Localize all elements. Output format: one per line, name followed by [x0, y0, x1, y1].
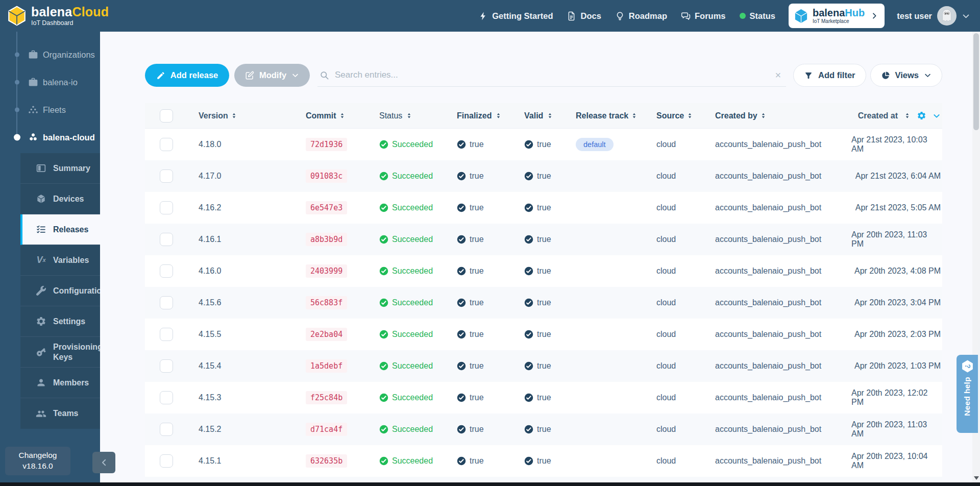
- sort-icon: [547, 112, 553, 119]
- sidebar-item-devices[interactable]: Devices: [20, 184, 100, 214]
- cell-version: 4.18.0: [199, 140, 306, 149]
- column-header-created-at[interactable]: Created at: [851, 111, 942, 120]
- table-row[interactable]: 4.15.3 f25c84b Succeeded true true cloud…: [145, 382, 942, 414]
- status-dot-icon: [740, 13, 746, 19]
- sidebar-item-configuration[interactable]: Configuration: [20, 276, 100, 306]
- cell-source: cloud: [656, 298, 715, 307]
- changelog-button[interactable]: Changelog v18.16.0: [5, 447, 70, 475]
- column-header-version[interactable]: Version: [199, 111, 306, 120]
- status-label: Succeeded: [392, 266, 433, 276]
- modify-button[interactable]: Modify: [234, 64, 310, 87]
- sidebar-item-fleets[interactable]: Fleets: [0, 96, 100, 124]
- row-checkbox[interactable]: [160, 359, 173, 373]
- bottom-bar: [0, 482, 980, 486]
- cell-created-by: accounts_balenaio_push_bot: [715, 330, 851, 339]
- finalized-check-icon: [457, 235, 466, 244]
- row-checkbox[interactable]: [160, 328, 173, 341]
- sidebar-item-variables[interactable]: Vx Variables: [20, 245, 100, 276]
- user-menu[interactable]: test user: [897, 6, 970, 26]
- nav-link-forums[interactable]: Forums: [681, 11, 726, 21]
- table-row[interactable]: 4.16.0 2403999 Succeeded true true cloud…: [145, 255, 942, 287]
- column-header-created-by[interactable]: Created by: [715, 111, 851, 120]
- brand-logo[interactable]: balenaCloud IoT Dashboard: [6, 5, 109, 27]
- valid-check-icon: [524, 203, 533, 212]
- column-header-commit[interactable]: Commit: [306, 111, 379, 120]
- column-header-valid[interactable]: Valid: [524, 111, 576, 120]
- row-checkbox[interactable]: [160, 264, 173, 278]
- sidebar-collapse-button[interactable]: [92, 452, 115, 473]
- views-button[interactable]: Views: [870, 64, 942, 87]
- status-label: Succeeded: [392, 140, 433, 149]
- sidebar-item-balena-cloud[interactable]: balena-cloud: [0, 124, 100, 151]
- add-release-button[interactable]: Add release: [145, 64, 229, 87]
- sidebar: Organizations balena-io Fleets balena-cl…: [0, 32, 100, 486]
- valid-label: true: [537, 298, 551, 307]
- row-checkbox[interactable]: [160, 233, 173, 246]
- cell-created-at: Apr 20th 2023, 2:03 PM: [851, 330, 942, 339]
- sidebar-item-members[interactable]: Members: [20, 368, 100, 398]
- nav-link-status[interactable]: Status: [740, 11, 775, 21]
- table-settings-gear-icon[interactable]: [917, 111, 926, 120]
- commit-chip: 1a5debf: [306, 359, 347, 373]
- table-row[interactable]: 4.15.6 56c883f Succeeded true true cloud…: [145, 287, 942, 319]
- valid-check-icon: [524, 172, 533, 181]
- commit-chip: a8b3b9d: [306, 233, 347, 246]
- pencil-icon: [156, 71, 165, 80]
- chat-icon: [681, 11, 691, 21]
- column-header-finalized[interactable]: Finalized: [457, 111, 524, 120]
- releases-toolbar: Add release Modify × Add filter: [145, 64, 942, 87]
- valid-label: true: [537, 140, 551, 149]
- select-all-checkbox[interactable]: [160, 109, 173, 123]
- balena-hub-button[interactable]: balenaHub IoT Marketplace: [789, 4, 885, 28]
- sort-icon: [904, 112, 911, 119]
- row-checkbox[interactable]: [160, 138, 173, 151]
- views-label: Views: [895, 70, 919, 80]
- row-checkbox[interactable]: [160, 454, 173, 468]
- nav-link-label: Forums: [695, 11, 726, 21]
- sidebar-item-releases[interactable]: Releases: [20, 214, 100, 245]
- add-filter-button[interactable]: Add filter: [793, 64, 866, 87]
- sidebar-item-settings[interactable]: Settings: [20, 306, 100, 337]
- cell-source: cloud: [656, 361, 715, 371]
- table-collapse-chevron-icon[interactable]: [933, 112, 941, 120]
- table-row[interactable]: 4.15.2 d71ca4f Succeeded true true cloud…: [145, 414, 942, 445]
- row-checkbox[interactable]: [160, 201, 173, 214]
- search-input[interactable]: [335, 70, 769, 80]
- scrollbar-thumb[interactable]: [973, 33, 979, 130]
- table-row[interactable]: 4.15.4 1a5debf Succeeded true true cloud…: [145, 350, 942, 382]
- need-help-tab[interactable]: ? Need help: [957, 355, 978, 433]
- filter-funnel-icon: [804, 71, 813, 80]
- nav-link-getting-started[interactable]: Getting Started: [478, 11, 553, 21]
- finalized-check-icon: [457, 330, 466, 339]
- column-header-source[interactable]: Source: [656, 111, 715, 120]
- brand-name-1: balena: [31, 5, 72, 19]
- table-row[interactable]: 4.17.0 091083c Succeeded true true cloud…: [145, 160, 942, 192]
- nav-link-roadmap[interactable]: Roadmap: [615, 11, 667, 21]
- table-row[interactable]: 4.18.0 72d1936 Succeeded true true defau…: [145, 129, 942, 160]
- finalized-check-icon: [457, 203, 466, 212]
- row-checkbox[interactable]: [160, 296, 173, 309]
- scroll-down-arrow[interactable]: [974, 476, 979, 480]
- success-check-icon: [379, 172, 388, 181]
- finalized-label: true: [470, 456, 484, 466]
- sidebar-item-provisioning-keys[interactable]: Provisioning Keys: [20, 337, 100, 368]
- cell-source: cloud: [656, 266, 715, 276]
- nav-link-docs[interactable]: Docs: [567, 11, 601, 21]
- wrench-icon: [36, 286, 46, 296]
- sidebar-item-teams[interactable]: Teams: [20, 398, 100, 429]
- cell-created-by: accounts_balenaio_push_bot: [715, 298, 851, 307]
- table-row[interactable]: 4.16.2 6e547e3 Succeeded true true cloud…: [145, 192, 942, 224]
- column-header-status[interactable]: Status: [379, 111, 457, 120]
- clear-search-icon[interactable]: ×: [775, 70, 781, 80]
- column-header-release-track[interactable]: Release track: [576, 111, 656, 120]
- table-row[interactable]: 4.15.5 2e2ba04 Succeeded true true cloud…: [145, 319, 942, 350]
- sidebar-item-organizations[interactable]: Organizations: [0, 41, 100, 68]
- sidebar-item-balena-io[interactable]: balena-io: [0, 68, 100, 96]
- sidebar-item-summary[interactable]: Summary: [20, 153, 100, 184]
- row-checkbox[interactable]: [160, 423, 173, 436]
- row-checkbox[interactable]: [160, 169, 173, 183]
- table-row[interactable]: 4.15.1 632635b Succeeded true true cloud…: [145, 445, 942, 477]
- row-checkbox[interactable]: [160, 391, 173, 404]
- sidebar-item-label: Organizations: [43, 50, 95, 60]
- table-row[interactable]: 4.16.1 a8b3b9d Succeeded true true cloud…: [145, 224, 942, 255]
